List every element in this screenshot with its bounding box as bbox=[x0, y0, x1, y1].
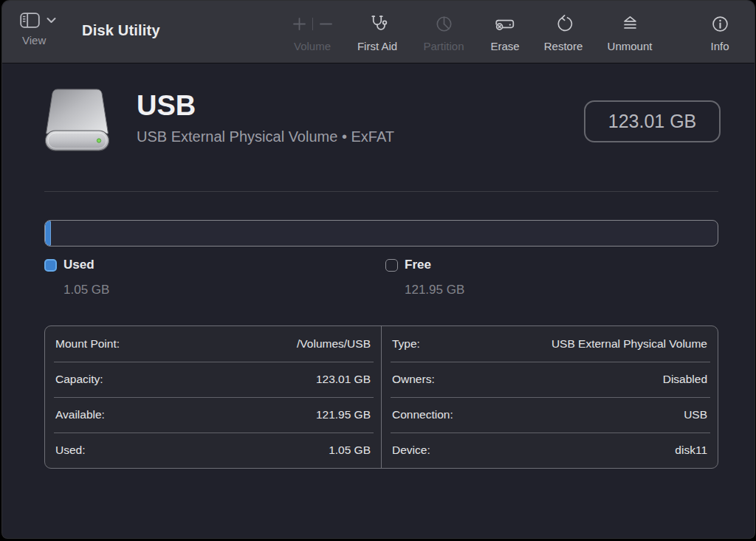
row-divider bbox=[391, 397, 710, 398]
detail-label: Capacity: bbox=[55, 373, 103, 386]
legend-item-free: Free 121.95 GB bbox=[385, 258, 464, 297]
legend-value: 1.05 GB bbox=[63, 283, 109, 297]
row-divider bbox=[54, 433, 374, 433]
detail-value: USB bbox=[684, 408, 707, 421]
detail-row: Owners: Disabled bbox=[382, 362, 718, 397]
detail-label: Mount Point: bbox=[55, 337, 120, 351]
disk-utility-window: View Disk Utility Volume bbox=[2, 1, 755, 538]
detail-label: Owners: bbox=[392, 373, 435, 386]
detail-row: Available: 121.95 GB bbox=[45, 397, 381, 433]
legend-value: 121.95 GB bbox=[405, 283, 464, 297]
detail-value: 1.05 GB bbox=[329, 444, 371, 457]
detail-value: 123.01 GB bbox=[316, 373, 371, 386]
detail-value: USB External Physical Volume bbox=[551, 337, 707, 351]
row-divider bbox=[54, 362, 374, 362]
chevron-down-icon bbox=[47, 17, 56, 24]
volume-subtitle: USB External Physical Volume • ExFAT bbox=[137, 128, 394, 145]
volume-buttons-divider bbox=[312, 18, 313, 30]
toolbar-item-info[interactable]: Info bbox=[684, 12, 755, 52]
detail-value: Disabled bbox=[663, 373, 707, 386]
first-aid-icon bbox=[367, 12, 388, 35]
view-button[interactable]: View bbox=[20, 13, 56, 46]
detail-value: 121.95 GB bbox=[316, 408, 371, 421]
details-column-right: Type: USB External Physical Volume Owner… bbox=[381, 326, 718, 468]
toolbar-item-partition: Partition bbox=[408, 12, 479, 52]
toolbar-item-label: Volume bbox=[294, 40, 331, 52]
detail-label: Type: bbox=[392, 337, 420, 351]
detail-label: Connection: bbox=[392, 408, 453, 421]
toolbar-item-label: Partition bbox=[423, 40, 464, 52]
detail-label: Available: bbox=[55, 408, 105, 421]
toolbar-item-label: Info bbox=[710, 40, 729, 52]
section-divider bbox=[44, 191, 718, 192]
toolbar-item-label: Restore bbox=[544, 40, 583, 52]
toolbar-item-first-aid[interactable]: First Aid bbox=[342, 12, 413, 52]
detail-row: Capacity: 123.01 GB bbox=[45, 362, 381, 397]
legend-item-used: Used 1.05 GB bbox=[44, 258, 109, 297]
usage-bar-used-segment bbox=[45, 221, 51, 246]
erase-icon bbox=[494, 12, 516, 35]
detail-row: Connection: USB bbox=[382, 397, 718, 433]
plus-icon bbox=[292, 17, 306, 31]
volume-name: USB bbox=[137, 90, 196, 121]
minus-icon bbox=[319, 17, 333, 31]
unmount-icon bbox=[620, 12, 640, 35]
details-table: Mount Point: /Volumes/USB Capacity: 123.… bbox=[44, 325, 718, 469]
detail-label: Used: bbox=[55, 444, 86, 457]
toolbar-item-unmount[interactable]: Unmount bbox=[594, 12, 665, 52]
content-area: USB USB External Physical Volume • ExFAT… bbox=[2, 63, 755, 538]
toolbar-item-label: Unmount bbox=[608, 40, 653, 52]
sidebar-toggle-icon bbox=[20, 13, 40, 28]
legend-label: Free bbox=[405, 258, 464, 272]
details-column-left: Mount Point: /Volumes/USB Capacity: 123.… bbox=[45, 326, 381, 468]
detail-row: Type: USB External Physical Volume bbox=[382, 326, 718, 362]
capacity-badge: 123.01 GB bbox=[584, 100, 721, 142]
toolbar-item-restore[interactable]: Restore bbox=[528, 12, 599, 52]
detail-value: /Volumes/USB bbox=[297, 337, 371, 351]
row-divider bbox=[54, 397, 374, 398]
restore-icon bbox=[554, 12, 574, 35]
detail-row: Device: disk11 bbox=[382, 433, 718, 468]
usage-bar bbox=[44, 220, 718, 247]
external-drive-icon bbox=[41, 85, 113, 159]
legend-label: Used bbox=[63, 258, 109, 272]
titlebar: View Disk Utility Volume bbox=[2, 1, 755, 63]
detail-label: Device: bbox=[392, 444, 430, 457]
toolbar-item-label: Erase bbox=[490, 40, 519, 52]
toolbar-item-volume: Volume bbox=[277, 12, 348, 52]
toolbar-item-label: First Aid bbox=[357, 40, 397, 52]
legend-swatch-used bbox=[44, 259, 57, 272]
view-button-label: View bbox=[20, 34, 56, 46]
legend-swatch-free bbox=[385, 259, 398, 272]
detail-value: disk11 bbox=[675, 444, 707, 457]
window-title: Disk Utility bbox=[82, 22, 160, 39]
info-icon bbox=[710, 12, 730, 35]
detail-row: Mount Point: /Volumes/USB bbox=[45, 326, 381, 362]
detail-row: Used: 1.05 GB bbox=[45, 433, 381, 468]
row-divider bbox=[391, 362, 710, 362]
row-divider bbox=[391, 433, 710, 433]
partition-icon bbox=[434, 12, 454, 35]
